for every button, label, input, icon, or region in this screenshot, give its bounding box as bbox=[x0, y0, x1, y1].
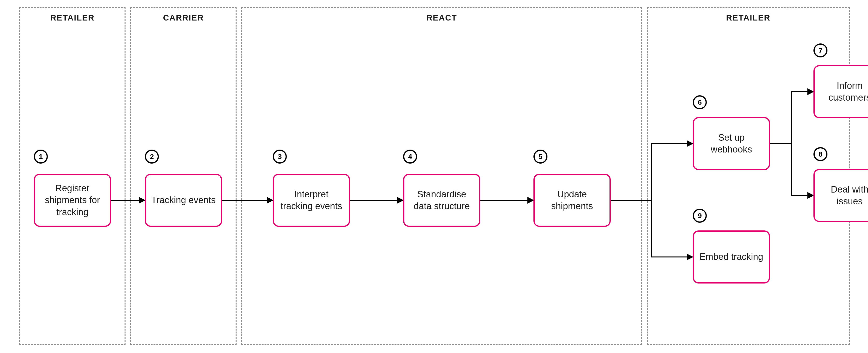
node-label: Inform customers bbox=[819, 80, 868, 104]
badge-num: 9 bbox=[698, 212, 702, 220]
badge-num: 7 bbox=[818, 46, 823, 55]
badge-4: 4 bbox=[403, 150, 417, 164]
node-label: Standardise data structure bbox=[409, 188, 475, 212]
badge-num: 3 bbox=[278, 153, 282, 161]
lane-title-carrier: CARRIER bbox=[131, 13, 236, 23]
lane-title-retailer-1: RETAILER bbox=[20, 13, 125, 23]
badge-8: 8 bbox=[813, 147, 828, 161]
node-label: Register shipments for tracking bbox=[39, 183, 105, 218]
badge-1: 1 bbox=[34, 150, 48, 164]
badge-9: 9 bbox=[693, 209, 707, 223]
node-embed-tracking: Embed tracking bbox=[693, 230, 770, 284]
badge-6: 6 bbox=[693, 95, 707, 109]
node-update-shipments: Update shipments bbox=[533, 174, 611, 227]
badge-3: 3 bbox=[273, 150, 287, 164]
node-inform-customers: Inform customers bbox=[813, 65, 868, 118]
node-label: Set up webhooks bbox=[698, 132, 765, 156]
node-register-shipments: Register shipments for tracking bbox=[34, 174, 111, 227]
node-label: Deal with issues bbox=[819, 184, 868, 207]
node-tracking-events: Tracking events bbox=[145, 174, 222, 227]
badge-num: 8 bbox=[818, 150, 823, 158]
node-interpret-tracking-events: Interpret tracking events bbox=[273, 174, 350, 227]
lane-title-retailer-2: RETAILER bbox=[648, 13, 849, 23]
node-set-up-webhooks: Set up webhooks bbox=[693, 117, 770, 170]
node-label: Interpret tracking events bbox=[278, 188, 344, 212]
badge-num: 1 bbox=[39, 153, 43, 161]
badge-2: 2 bbox=[145, 150, 159, 164]
badge-num: 5 bbox=[538, 153, 542, 161]
node-label: Tracking events bbox=[151, 194, 216, 206]
badge-7: 7 bbox=[813, 43, 828, 57]
node-label: Update shipments bbox=[539, 188, 605, 212]
node-deal-with-issues: Deal with issues bbox=[813, 169, 868, 222]
node-label: Embed tracking bbox=[700, 251, 763, 263]
diagram-canvas: RETAILER CARRIER REACT RETAILER bbox=[0, 0, 868, 353]
badge-num: 6 bbox=[698, 98, 702, 106]
node-standardise-data-structure: Standardise data structure bbox=[403, 174, 480, 227]
badge-num: 2 bbox=[150, 153, 154, 161]
badge-5: 5 bbox=[533, 150, 548, 164]
lane-title-react: REACT bbox=[242, 13, 641, 23]
badge-num: 4 bbox=[408, 153, 412, 161]
